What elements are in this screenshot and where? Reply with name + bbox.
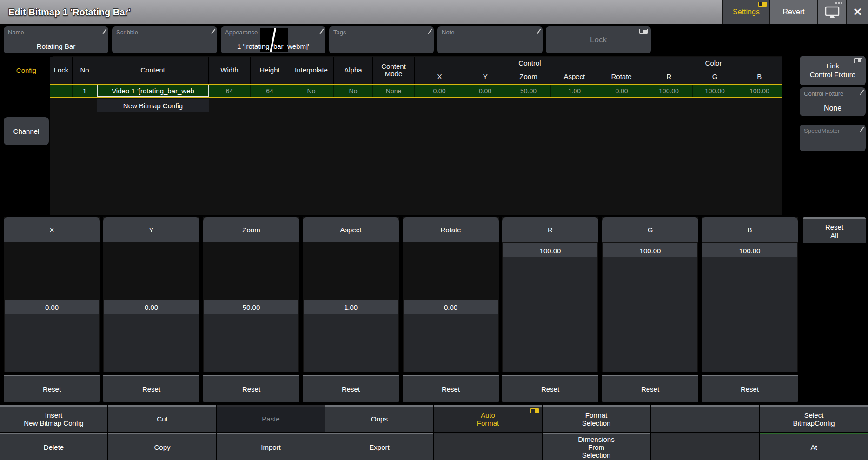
fader-y: Y 0.00 <box>103 217 199 372</box>
cell-content-mode[interactable]: None <box>373 85 415 97</box>
new-bitmap-config-row[interactable]: New Bitmap Config <box>97 99 209 112</box>
cell-x[interactable]: 0.00 <box>415 85 464 97</box>
reset-aspect-button[interactable]: Reset <box>303 375 399 402</box>
close-button[interactable]: ✕ <box>846 0 868 24</box>
fader-r-track[interactable]: 100.00 <box>503 242 597 372</box>
name-field-label: Name <box>8 29 24 36</box>
lock-label: Lock <box>546 26 651 53</box>
cell-b[interactable]: 100.00 <box>737 85 782 97</box>
fader-zoom-handle[interactable]: 50.00 <box>204 300 298 314</box>
scribble-field[interactable]: Scribble <box>112 26 217 53</box>
fader-fill <box>204 314 298 372</box>
speedmaster-field[interactable]: SpeedMaster <box>800 125 866 151</box>
cell-no[interactable]: 1 <box>73 85 97 97</box>
cell-aspect[interactable]: 1.00 <box>551 85 598 97</box>
fader-b-track[interactable]: 100.00 <box>702 242 797 372</box>
col-header-rotate: Rotate <box>598 69 645 84</box>
fader-fill <box>404 314 498 372</box>
reset-rotate-button[interactable]: Reset <box>403 375 499 402</box>
dimensions-from-selection-button[interactable]: Dimensions From Selection <box>543 433 650 460</box>
cell-y[interactable]: 0.00 <box>464 85 506 97</box>
fader-y-handle[interactable]: 0.00 <box>104 300 199 314</box>
move-to-screen-button[interactable] <box>817 0 846 24</box>
col-header-x: X <box>415 69 464 84</box>
appearance-field[interactable]: Appearance 1 '[rotating_bar_webm]' <box>221 26 325 53</box>
fader-rotate: Rotate 0.00 <box>403 217 499 372</box>
insert-new-bitmap-config-button[interactable]: Insert New Bitmap Config <box>0 405 107 432</box>
tab-config[interactable]: Config <box>4 57 49 84</box>
revert-button[interactable]: Revert <box>769 0 817 24</box>
auto-format-button[interactable]: Auto Format <box>434 405 542 432</box>
note-field[interactable]: Note <box>437 26 543 53</box>
fader-y-track[interactable]: 0.00 <box>104 242 199 372</box>
revert-label: Revert <box>782 8 804 16</box>
cell-content-selected[interactable]: Video 1 '[rotating_bar_web <box>97 85 209 97</box>
cell-height[interactable]: 64 <box>251 85 289 97</box>
reset-x-button[interactable]: Reset <box>4 375 100 402</box>
settings-button[interactable]: Settings <box>722 0 769 24</box>
lock-button[interactable]: Lock <box>546 26 651 53</box>
reset-zoom-button[interactable]: Reset <box>203 375 299 402</box>
cut-button[interactable]: Cut <box>108 405 216 432</box>
tab-channel[interactable]: Channel <box>4 117 49 145</box>
reset-b-button[interactable]: Reset <box>702 375 798 402</box>
select-bitmapconfig-button[interactable]: Select BitmapConfig <box>760 405 868 432</box>
fader-rotate-track[interactable]: 0.00 <box>404 242 498 372</box>
reset-g-button[interactable]: Reset <box>602 375 698 402</box>
cell-interpolate[interactable]: No <box>289 85 334 97</box>
cell-width[interactable]: 64 <box>209 85 251 97</box>
fader-rotate-handle[interactable]: 0.00 <box>404 300 498 314</box>
monitor-icon <box>825 6 840 18</box>
edit-pencil-icon <box>428 29 432 34</box>
color-group-label: Color <box>645 57 782 69</box>
fader-x-handle[interactable]: 0.00 <box>5 300 99 314</box>
tab-config-label: Config <box>16 66 36 74</box>
cell-zoom[interactable]: 50.00 <box>506 85 551 97</box>
col-header-g: G <box>693 69 737 84</box>
control-fixture-field[interactable]: Control Fixture None <box>800 87 866 116</box>
cell-lock[interactable] <box>50 85 73 97</box>
control-fixture-label: Control Fixture <box>804 90 843 97</box>
dots-icon <box>835 2 837 4</box>
cell-alpha[interactable]: No <box>334 85 373 97</box>
at-button[interactable]: At <box>760 433 868 460</box>
reset-all-button[interactable]: Reset All <box>803 217 866 243</box>
paste-button[interactable]: Paste <box>217 405 325 432</box>
col-header-lock: Lock <box>50 57 73 84</box>
note-field-label: Note <box>442 29 454 36</box>
fader-g-handle[interactable]: 100.00 <box>603 243 697 257</box>
name-field[interactable]: Name Rotating Bar <box>4 26 108 53</box>
fader-fill <box>104 314 199 372</box>
tab-channel-label: Channel <box>13 127 40 135</box>
oops-button[interactable]: Oops <box>325 405 433 432</box>
link-control-fixture-button[interactable]: Link Control Fixture <box>800 56 866 85</box>
format-selection-button[interactable]: Format Selection <box>543 405 650 432</box>
cell-g[interactable]: 100.00 <box>693 85 737 97</box>
empty-button[interactable] <box>651 405 759 432</box>
col-header-alpha: Alpha <box>334 57 373 84</box>
cell-r[interactable]: 100.00 <box>645 85 693 97</box>
fader-r-handle[interactable]: 100.00 <box>503 243 597 257</box>
fader-aspect-track[interactable]: 1.00 <box>304 242 398 372</box>
reset-r-button[interactable]: Reset <box>502 375 598 402</box>
fader-g: G 100.00 <box>602 217 698 372</box>
reset-y-button[interactable]: Reset <box>103 375 199 402</box>
import-button[interactable]: Import <box>217 433 325 460</box>
appearance-field-value: 1 '[rotating_bar_webm]' <box>221 42 325 50</box>
fader-zoom: Zoom 50.00 <box>203 217 299 372</box>
tags-field[interactable]: Tags <box>329 26 434 53</box>
settings-label: Settings <box>733 8 760 16</box>
delete-button[interactable]: Delete <box>0 433 107 460</box>
fader-r: R 100.00 <box>502 217 598 372</box>
fader-b-handle[interactable]: 100.00 <box>702 243 797 257</box>
fader-aspect-handle[interactable]: 1.00 <box>304 300 398 314</box>
fader-g-track[interactable]: 100.00 <box>603 242 697 372</box>
col-group-control: Control X Y Zoom Aspect Rotate <box>415 57 645 84</box>
fader-rotate-header: Rotate <box>403 217 499 242</box>
col-header-width: Width <box>209 57 251 84</box>
cell-rotate[interactable]: 0.00 <box>598 85 645 97</box>
export-button[interactable]: Export <box>325 433 433 460</box>
fader-x-track[interactable]: 0.00 <box>5 242 99 372</box>
fader-zoom-track[interactable]: 50.00 <box>204 242 298 372</box>
copy-button[interactable]: Copy <box>108 433 216 460</box>
